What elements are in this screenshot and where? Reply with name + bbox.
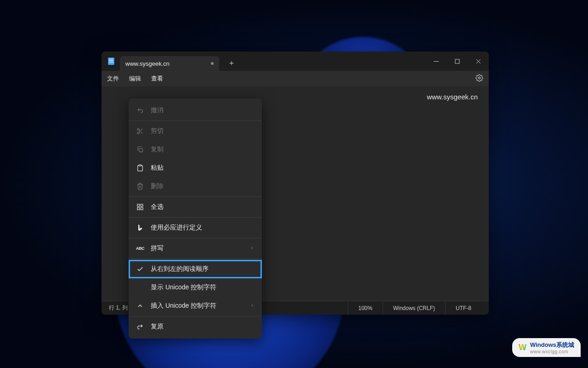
- window-controls: [425, 52, 489, 71]
- maximize-button[interactable]: [447, 52, 468, 71]
- context-menu-item-paste[interactable]: 粘贴: [129, 159, 262, 177]
- bing-icon: [136, 224, 144, 231]
- paste-icon: [136, 164, 144, 172]
- caret-icon: [136, 302, 144, 310]
- context-menu-item-cut: 剪切: [129, 122, 262, 140]
- status-eol[interactable]: Windows (CRLF): [383, 301, 445, 315]
- content-text: www.sysgeek.cn: [427, 93, 478, 101]
- context-menu-separator: [129, 259, 262, 259]
- status-encoding[interactable]: UTF-8: [445, 301, 481, 315]
- minimize-button[interactable]: [425, 52, 447, 71]
- context-menu-label: 复制: [151, 145, 254, 154]
- context-menu-label: 撤消: [151, 106, 254, 115]
- redo-icon: [136, 323, 144, 330]
- context-menu-item-bing_define[interactable]: 使用必应进行定义: [129, 218, 262, 237]
- svg-rect-15: [139, 165, 141, 166]
- svg-point-9: [137, 128, 139, 130]
- context-menu-separator: [129, 217, 262, 218]
- context-menu-label: 插入 Unicode 控制字符: [151, 302, 243, 310]
- tab-modified-dot: [211, 62, 214, 65]
- status-zoom[interactable]: 100%: [348, 301, 383, 315]
- svg-rect-16: [137, 204, 140, 207]
- context-menu-separator: [129, 196, 262, 197]
- context-menu-label: 粘贴: [151, 164, 254, 172]
- menu-view[interactable]: 查看: [151, 75, 163, 83]
- notepad-app-icon: [107, 57, 115, 65]
- watermark: W Windows系统城 www.wxclgg.com: [512, 338, 581, 357]
- svg-point-10: [137, 132, 139, 134]
- settings-button[interactable]: [475, 74, 483, 83]
- chevron-right-icon: [250, 303, 254, 309]
- copy-icon: [136, 146, 144, 153]
- select-all-icon: [136, 203, 144, 211]
- svg-rect-18: [137, 207, 140, 210]
- svg-rect-14: [139, 149, 142, 152]
- svg-line-13: [139, 130, 140, 131]
- svg-line-12: [141, 132, 143, 134]
- context-menu-separator: [129, 121, 262, 121]
- tab-title: www.sysgeek.cn: [125, 60, 170, 67]
- context-menu-item-rtl[interactable]: 从右到左的阅读顺序: [129, 260, 262, 278]
- close-button[interactable]: [468, 52, 489, 71]
- menu-edit[interactable]: 编辑: [129, 75, 141, 83]
- new-tab-button[interactable]: ＋: [225, 56, 238, 70]
- context-menu-separator: [129, 316, 262, 316]
- menubar: 文件 编辑 查看: [102, 71, 489, 86]
- context-menu: 撤消剪切复制粘贴删除全选使用必应进行定义ABC拼写从右到左的阅读顺序显示 Uni…: [129, 98, 262, 339]
- svg-rect-5: [455, 59, 459, 63]
- chevron-right-icon: [250, 246, 254, 251]
- context-menu-separator: [129, 238, 262, 238]
- undo-icon: [136, 107, 144, 114]
- context-menu-item-show_unicode[interactable]: 显示 Unicode 控制字符: [129, 278, 262, 297]
- context-menu-label: 复原: [151, 322, 254, 331]
- context-menu-item-delete: 删除: [129, 177, 262, 196]
- context-menu-label: 全选: [151, 203, 254, 211]
- context-menu-item-copy: 复制: [129, 140, 262, 159]
- context-menu-label: 显示 Unicode 控制字符: [151, 283, 254, 292]
- svg-rect-0: [108, 58, 114, 65]
- svg-point-8: [478, 77, 480, 79]
- context-menu-item-select_all[interactable]: 全选: [129, 198, 262, 216]
- watermark-title: Windows系统城: [530, 341, 574, 348]
- context-menu-item-undo: 撤消: [129, 101, 262, 120]
- titlebar: www.sysgeek.cn ＋: [102, 52, 489, 71]
- context-menu-label: 删除: [151, 182, 254, 190]
- watermark-icon: W: [519, 343, 526, 352]
- svg-rect-17: [141, 204, 143, 207]
- trash-icon: [136, 183, 144, 190]
- cut-icon: [136, 127, 144, 135]
- context-menu-item-spell[interactable]: ABC拼写: [129, 239, 262, 258]
- abc-icon: ABC: [136, 246, 144, 251]
- tab[interactable]: www.sysgeek.cn: [120, 56, 219, 71]
- context-menu-item-insert_unicode[interactable]: 插入 Unicode 控制字符: [129, 297, 262, 315]
- watermark-url: www.wxclgg.com: [530, 349, 574, 354]
- check-icon: [136, 265, 144, 273]
- menu-file[interactable]: 文件: [107, 75, 119, 83]
- context-menu-label: 剪切: [151, 127, 254, 135]
- context-menu-label: 使用必应进行定义: [151, 224, 254, 232]
- context-menu-label: 从右到左的阅读顺序: [151, 265, 254, 273]
- svg-rect-19: [141, 207, 143, 210]
- context-menu-label: 拼写: [151, 244, 243, 253]
- context-menu-item-restore[interactable]: 复原: [129, 317, 262, 336]
